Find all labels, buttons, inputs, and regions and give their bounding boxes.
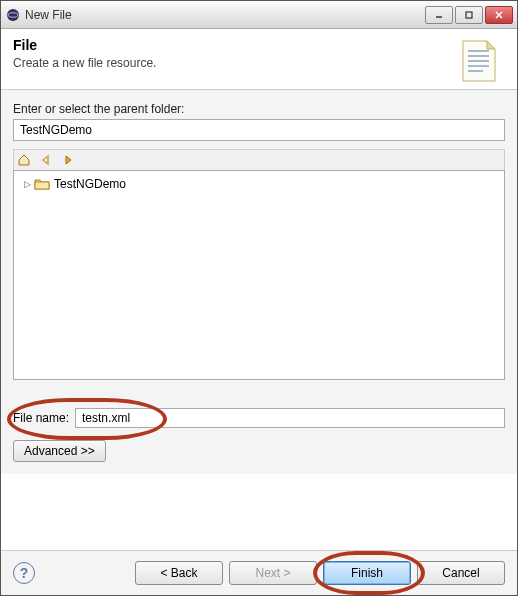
tree-item-label: TestNGDemo — [54, 177, 126, 191]
titlebar: New File — [1, 1, 517, 29]
svg-rect-3 — [466, 12, 472, 18]
finish-button[interactable]: Finish — [323, 561, 411, 585]
advanced-button[interactable]: Advanced >> — [13, 440, 106, 462]
tree-toolbar — [13, 149, 505, 170]
help-icon[interactable]: ? — [13, 562, 35, 584]
folder-icon — [34, 176, 50, 192]
folder-tree[interactable]: ▷ TestNGDemo — [13, 170, 505, 380]
dialog-button-bar: ? < Back Next > Finish Cancel — [1, 550, 517, 595]
svg-point-0 — [7, 9, 19, 21]
tree-expander-icon[interactable]: ▷ — [22, 179, 32, 189]
close-button[interactable] — [485, 6, 513, 24]
file-wizard-icon — [457, 37, 505, 85]
dialog-header: File Create a new file resource. — [1, 29, 517, 90]
eclipse-icon — [5, 7, 21, 23]
header-title: File — [13, 37, 449, 53]
back-button[interactable]: < Back — [135, 561, 223, 585]
home-icon[interactable] — [16, 152, 32, 168]
dialog-content: Enter or select the parent folder: ▷ Tes… — [1, 90, 517, 474]
forward-arrow-icon[interactable] — [60, 152, 76, 168]
filename-input[interactable] — [75, 408, 505, 428]
header-description: Create a new file resource. — [13, 56, 449, 70]
parent-folder-input[interactable] — [13, 119, 505, 141]
parent-folder-label: Enter or select the parent folder: — [13, 102, 505, 116]
minimize-button[interactable] — [425, 6, 453, 24]
window-title: New File — [25, 8, 425, 22]
next-button[interactable]: Next > — [229, 561, 317, 585]
maximize-button[interactable] — [455, 6, 483, 24]
tree-item[interactable]: ▷ TestNGDemo — [18, 175, 500, 193]
filename-label: File name: — [13, 411, 69, 425]
cancel-button[interactable]: Cancel — [417, 561, 505, 585]
window-controls — [425, 6, 513, 24]
back-arrow-icon[interactable] — [38, 152, 54, 168]
svg-rect-11 — [35, 182, 49, 189]
